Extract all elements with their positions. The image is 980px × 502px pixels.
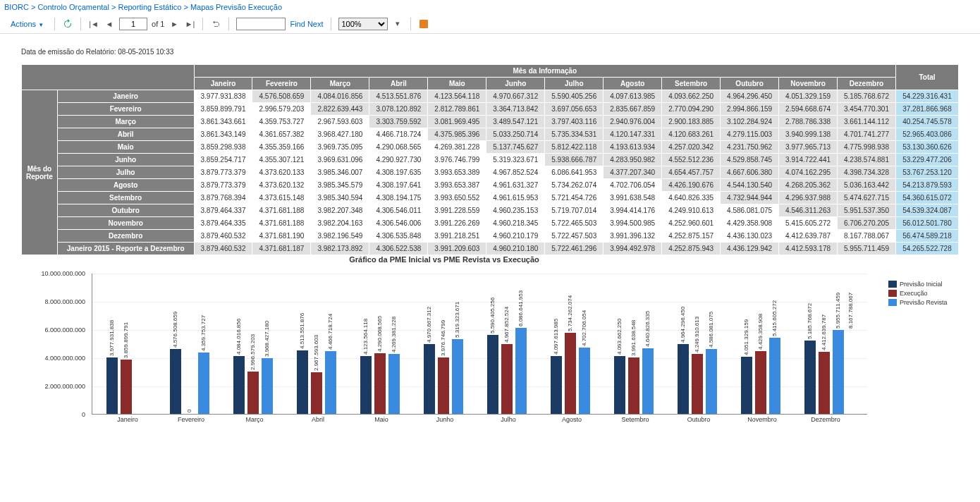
page-input[interactable] xyxy=(119,18,147,30)
bar-value-label: 4.576.508.659 xyxy=(172,312,178,348)
bar-value-label: 4.586.081.075 xyxy=(708,312,714,348)
bar-value-label: 4.429.358.908 xyxy=(757,314,764,350)
zoom-select[interactable]: 100% xyxy=(338,18,388,30)
month-header: Janeiro xyxy=(194,78,252,90)
breadcrumb-link[interactable]: Reporting Estático xyxy=(118,3,181,11)
first-page-icon[interactable]: |◄ xyxy=(88,18,99,30)
chart-bar xyxy=(501,344,513,414)
chart-bar xyxy=(515,328,527,414)
month-header: Junho xyxy=(486,78,545,90)
row-header: Fevereiro xyxy=(57,103,194,116)
data-cell: 4.359.753.727 xyxy=(252,116,311,128)
data-cell: 3.879.464.337 xyxy=(194,204,252,217)
data-cell: 3.982.196.549 xyxy=(311,230,369,243)
bar-value-label: 4.702.706.054 xyxy=(581,310,587,346)
back-icon[interactable]: ⮌ xyxy=(210,18,221,30)
breadcrumb: BIORC > Controlo Orçamental > Reporting … xyxy=(0,0,980,14)
chart-bar xyxy=(170,349,181,414)
x-axis-label: Fevereiro xyxy=(178,416,204,423)
table-row: Fevereiro3.859.899.7912.996.579.2032.822… xyxy=(22,103,959,116)
prev-page-icon[interactable]: ◄ xyxy=(104,18,115,30)
actions-dropdown[interactable]: Actions ▼ xyxy=(7,18,47,30)
last-page-icon[interactable]: ►| xyxy=(184,18,195,30)
data-cell: 3.797.403.116 xyxy=(545,116,604,128)
y-axis-label: 4.000.000.000 xyxy=(44,355,85,362)
breadcrumb-link[interactable]: Controlo Orçamental xyxy=(37,3,109,11)
x-axis-label: Junho xyxy=(436,416,454,423)
data-cell: 4.412.639.787 xyxy=(779,230,838,243)
table-row: Junho3.859.254.7174.355.307.1213.969.631… xyxy=(22,154,959,166)
data-cell: 4.290.068.565 xyxy=(369,141,428,154)
data-cell: 4.546.311.263 xyxy=(779,204,838,217)
data-cell: 3.303.759.592 xyxy=(369,116,428,128)
data-cell: 5.719.707.014 xyxy=(545,204,604,217)
data-cell: 4.093.662.250 xyxy=(662,90,721,103)
data-cell: 4.074.162.295 xyxy=(779,166,838,179)
chart-bar xyxy=(106,357,118,414)
data-cell: 4.355.359.166 xyxy=(252,141,311,154)
data-cell: 3.994.500.985 xyxy=(604,217,662,230)
bar-value-label: 5.955.711.459 xyxy=(835,293,841,329)
data-cell: 4.412.593.178 xyxy=(779,243,838,255)
data-cell: 3.976.746.799 xyxy=(428,154,486,166)
zoom-icon[interactable]: ▾ xyxy=(392,18,403,30)
data-cell: 4.586.081.075 xyxy=(721,204,779,217)
total-cell: 54.213.879.593 xyxy=(895,179,958,192)
data-cell: 4.960.235.153 xyxy=(486,204,545,217)
chart-bar xyxy=(579,348,590,414)
data-cell: 4.252.875.157 xyxy=(662,230,721,243)
data-cell: 4.970.667.312 xyxy=(486,90,545,103)
table-row: Dezembro3.879.460.5324.371.681.1903.982.… xyxy=(22,230,959,243)
refresh-icon[interactable] xyxy=(62,18,73,30)
data-cell: 4.373.615.148 xyxy=(252,192,311,204)
bar-value-label: 3.968.427.180 xyxy=(264,320,270,356)
bar-value-label: 5.734.262.074 xyxy=(567,295,573,331)
find-input[interactable] xyxy=(236,18,286,30)
bar-value-label: 2.967.593.603 xyxy=(313,334,319,370)
next-page-icon[interactable]: ► xyxy=(169,18,180,30)
data-cell: 4.967.852.524 xyxy=(486,166,545,179)
row-header: Abril xyxy=(57,128,194,141)
data-cell: 4.257.020.342 xyxy=(662,141,721,154)
data-cell: 4.296.937.988 xyxy=(779,192,838,204)
data-cell: 4.120.683.261 xyxy=(662,128,721,141)
bar-value-label: 5.185.768.672 xyxy=(807,303,813,339)
month-header: Setembro xyxy=(662,78,721,90)
breadcrumb-link[interactable]: Mapas Previsão Execução xyxy=(190,3,282,11)
data-cell: 4.051.329.159 xyxy=(779,90,838,103)
total-cell: 53.130.360.626 xyxy=(895,141,958,154)
bar-value-label: 6.086.641.953 xyxy=(517,290,524,326)
data-cell: 3.977.965.713 xyxy=(779,141,838,154)
data-cell: 2.822.639.443 xyxy=(311,103,369,116)
data-cell: 4.576.508.659 xyxy=(252,90,311,103)
data-cell: 4.371.681.187 xyxy=(252,243,311,255)
y-axis-label: 6.000.000.000 xyxy=(44,326,85,333)
x-axis-label: Dezembro xyxy=(811,416,840,423)
breadcrumb-link[interactable]: BIORC xyxy=(4,3,29,11)
table-row: Mês do ReporteJaneiro3.977.931.8384.576.… xyxy=(22,90,959,103)
chart-bar xyxy=(628,357,639,414)
export-icon[interactable] xyxy=(418,18,429,30)
data-cell: 4.544.130.540 xyxy=(721,179,779,192)
legend-item: Previsão Inicial xyxy=(888,281,948,288)
data-cell: 6.086.641.953 xyxy=(545,166,604,179)
data-cell: 5.474.627.715 xyxy=(838,192,896,204)
col-group-header: Mês da Informação xyxy=(194,65,895,78)
chart-bar xyxy=(262,358,273,414)
data-cell: 4.961.615.953 xyxy=(486,192,545,204)
data-cell: 3.982.173.892 xyxy=(311,243,369,255)
data-cell: 3.991.226.269 xyxy=(428,217,486,230)
data-cell: 3.697.056.653 xyxy=(545,103,604,116)
find-next-link[interactable]: Find Next xyxy=(290,20,323,28)
data-cell: 4.398.734.328 xyxy=(838,166,896,179)
y-axis-label: 2.000.000.000 xyxy=(44,383,85,390)
data-cell: 3.985.346.007 xyxy=(311,166,369,179)
x-axis-label: Março xyxy=(245,416,263,423)
chart-bar xyxy=(325,351,336,414)
total-cell: 37.281.866.968 xyxy=(895,103,958,116)
chart-bar xyxy=(769,338,780,414)
data-cell: 3.661.144.112 xyxy=(838,116,896,128)
data-cell: 3.861.343.149 xyxy=(194,128,252,141)
data-cell: 4.290.927.730 xyxy=(369,154,428,166)
chart-bar xyxy=(360,356,372,414)
